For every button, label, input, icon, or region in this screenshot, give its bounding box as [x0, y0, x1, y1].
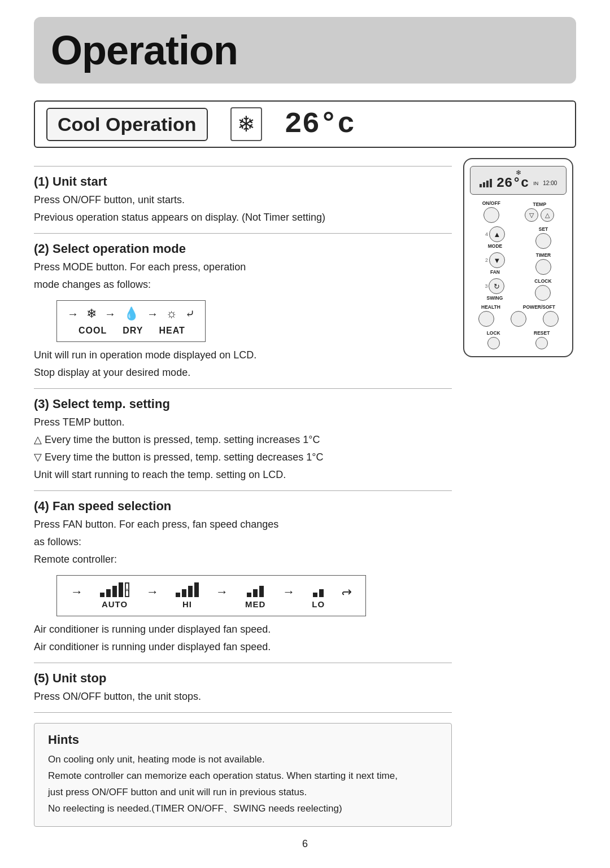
cool-op-temp: 26°c	[285, 108, 355, 141]
bar-a1	[100, 593, 104, 597]
section-title-2: (2) Select operation mode	[34, 242, 452, 256]
divider-3	[34, 388, 452, 389]
remote-label-lock: LOCK	[487, 330, 500, 336]
section-title-4: (4) Fan speed selection	[34, 499, 452, 514]
remote-col-clock: CLOCK	[534, 278, 551, 301]
remote-col-mode: 4 ▲ MODE	[485, 226, 505, 249]
section-text-5-0: Press ON/OFF button, the unit stops.	[34, 689, 452, 704]
bar-a5: A	[125, 582, 129, 597]
page-header: Operation	[34, 17, 576, 84]
remote-btn-fan[interactable]: ▼	[489, 252, 505, 268]
dry-mode-icon: 💧	[124, 306, 139, 321]
remote-label-powersoft: POWER/SOFT	[523, 304, 555, 310]
remote-signal-bars	[480, 179, 492, 187]
divider-5	[34, 663, 452, 663]
remote-btn-swing[interactable]: ↻	[489, 278, 504, 294]
remote-btn-timer[interactable]	[535, 259, 551, 275]
remote-col-timer: TIMER	[535, 252, 551, 275]
sig-bar-3	[486, 181, 489, 187]
remote-col-lock: LOCK	[487, 330, 500, 349]
main-layout: (1) Unit start Press ON/OFF button, unit…	[34, 158, 576, 827]
section-text-3-0: Press TEMP button.	[34, 415, 452, 430]
fan-item-lo: LO	[312, 589, 325, 609]
bar-h3	[188, 586, 193, 597]
section-fan-speed: (4) Fan speed selection Press FAN button…	[34, 499, 452, 655]
remote-fan-number: 2 ▼	[485, 252, 505, 268]
remote-label-onoff: ON/OFF	[482, 200, 500, 206]
remote-col-swing: 3 ↻ SWING	[485, 278, 504, 301]
page-container: Operation Cool Operation ❄ 26°c (1) Unit…	[0, 0, 610, 868]
section-text-4-5: Air conditioner is running under display…	[34, 639, 452, 655]
section-unit-start: (1) Unit start Press ON/OFF button, unit…	[34, 174, 452, 225]
section-text-4-0: Press FAN button. For each press, fan sp…	[34, 517, 452, 532]
arrow-2: →	[147, 308, 158, 321]
fan-arrow-end: ↩	[342, 585, 352, 599]
fan-bars-hi	[176, 582, 199, 597]
remote-row-fan-timer: 2 ▼ FAN TIMER	[470, 252, 567, 275]
remote-btn-reset[interactable]	[535, 337, 548, 349]
mode-label-dry: DRY	[123, 326, 143, 336]
hints-title: Hints	[48, 733, 438, 747]
section-text-3-3: Unit will start running to reach the tem…	[34, 467, 452, 483]
cool-op-icon: ❄	[230, 107, 262, 141]
heat-mode-icon: ☼	[166, 306, 177, 321]
right-remote: ❄ 26°c IN 12:00	[463, 158, 576, 357]
bar-m1	[247, 593, 251, 597]
remote-display-time: 12:00	[543, 180, 557, 186]
remote-temp-arrows: ▽ △	[525, 208, 554, 222]
section-text-2-0: Press MODE button. For each press, opera…	[34, 260, 452, 275]
remote-btn-clock[interactable]	[535, 285, 551, 301]
arrow-1: →	[104, 308, 116, 321]
remote-btn-powersoft1[interactable]	[511, 311, 526, 327]
fan-arrow-0: →	[71, 585, 83, 599]
hints-text: On cooling only unit, heating mode is no…	[48, 752, 438, 817]
page-title: Operation	[51, 27, 559, 73]
remote-btn-health[interactable]	[478, 311, 494, 327]
sig-bar-4	[490, 179, 492, 187]
fan-arrow-3: →	[282, 585, 295, 599]
bar-h2	[182, 589, 186, 597]
remote-btn-onoff[interactable]	[483, 207, 499, 223]
bar-m2	[253, 589, 258, 597]
remote-btn-temp-up[interactable]: △	[541, 208, 554, 222]
remote-label-timer: TIMER	[536, 252, 551, 258]
fan-item-med: MED	[245, 586, 265, 609]
bar-h1	[176, 593, 180, 597]
remote-row-swing-clock: 3 ↻ SWING CLOCK	[470, 278, 567, 301]
mode-number: 4	[485, 231, 488, 237]
bar-l1	[313, 593, 317, 597]
remote-btn-powersoft2[interactable]	[543, 311, 559, 327]
section-text-1-0: Press ON/OFF button, unit starts.	[34, 192, 452, 208]
remote-btn-set[interactable]	[535, 233, 551, 249]
section-select-mode: (2) Select operation mode Press MODE but…	[34, 242, 452, 380]
bar-l2	[319, 589, 324, 597]
section-text-3-1: △ Every time the button is pressed, temp…	[34, 432, 452, 448]
bar-a3	[112, 586, 117, 597]
cool-op-bar: Cool Operation ❄ 26°c	[34, 100, 576, 148]
remote-display-time-label: IN	[533, 181, 538, 186]
divider-4	[34, 490, 452, 491]
fan-arrow-2: →	[216, 585, 228, 599]
bar-a4	[119, 582, 123, 597]
remote-label-reset: RESET	[534, 330, 550, 336]
fan-label-auto: AUTO	[102, 599, 128, 609]
section-unit-stop: (5) Unit stop Press ON/OFF button, the u…	[34, 671, 452, 704]
section-text-4-4: Air conditioner is running under display…	[34, 622, 452, 637]
divider-2	[34, 233, 452, 234]
fan-bars-med	[247, 586, 264, 597]
remote-label-mode: MODE	[488, 243, 503, 249]
fan-arrow-1: →	[146, 585, 159, 599]
remote-display-temp: 26°c	[496, 176, 529, 191]
fan-number: 2	[485, 257, 488, 263]
mode-row: → ❄ → 💧 → ☼ ⤶	[67, 306, 195, 321]
cool-mode-icon: ❄	[86, 306, 97, 321]
fan-item-hi: HI	[176, 582, 199, 609]
remote-btn-lock[interactable]	[487, 337, 500, 349]
section-text-1-1: Previous operation status appears on dis…	[34, 210, 452, 225]
bar-a2	[106, 589, 111, 597]
section-title-1: (1) Unit start	[34, 174, 452, 189]
remote-btn-mode[interactable]: ▲	[489, 226, 505, 242]
remote-btn-temp-down[interactable]: ▽	[525, 208, 538, 222]
hint-line-0: On cooling only unit, heating mode is no…	[48, 752, 438, 768]
fan-bars-lo	[313, 589, 324, 597]
